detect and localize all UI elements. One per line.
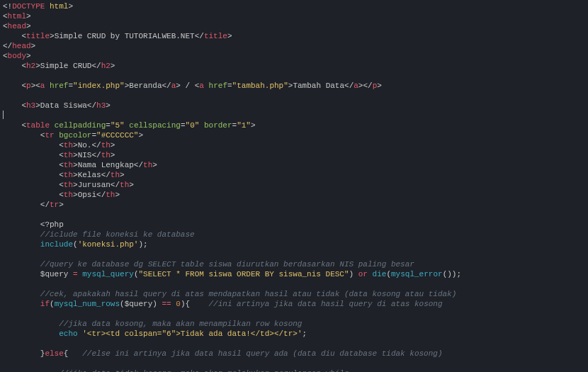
line: <h3>Data Siswa</h3>: [3, 101, 111, 110]
blank-line: [3, 359, 8, 368]
blank-line: [3, 210, 8, 219]
blank-line: [3, 310, 8, 318]
line: <table cellpadding="5" cellspacing="0" b…: [3, 121, 256, 130]
line: <th>Opsi</th>: [3, 191, 120, 199]
line: include('koneksi.php');: [3, 240, 148, 249]
line: echo '<tr><td colspan="6">Tidak ada data…: [3, 329, 307, 338]
line: $query = mysql_query("SELECT * FROM sisw…: [3, 270, 461, 278]
cursor-icon: [3, 111, 4, 119]
line: if(mysql_num_rows($query) == 0){ //ini a…: [3, 300, 443, 308]
line: //jika data tidak kosong, maka akan mela…: [3, 369, 349, 372]
line: <th>Jurusan</th>: [3, 181, 134, 189]
line: <h2>Simple CRUD</h2>: [3, 62, 115, 70]
line: <head>: [3, 22, 31, 30]
line: <body>: [3, 52, 31, 60]
line: <th>Nama Lengkap</th>: [3, 161, 157, 169]
line: //jika data kosong, maka akan menampilka…: [3, 320, 302, 328]
line: //query ke database dg SELECT table sisw…: [3, 260, 414, 269]
blank-line: [3, 250, 8, 259]
line: <?php: [3, 220, 64, 229]
line: <html>: [3, 12, 31, 21]
line: <p><a href="index.php">Beranda</a> / <a …: [3, 81, 382, 90]
blank-line: [3, 72, 8, 80]
line: //iclude file koneksi ke database: [3, 230, 195, 239]
line: <tr bgcolor="#CCCCCC">: [3, 131, 143, 140]
line: <th>No.</th>: [3, 141, 115, 150]
blank-line: [3, 280, 8, 288]
line: <title>Simple CRUD by TUTORIALWEB.NET</t…: [3, 32, 232, 40]
line: <!DOCTYPE html>: [3, 2, 73, 11]
line: }else{ //else ini artinya jika data hasi…: [3, 349, 443, 358]
code-editor[interactable]: <!DOCTYPE html> <html> <head> <title>Sim…: [0, 0, 588, 372]
blank-line: [3, 339, 8, 348]
line: <th>NIS</th>: [3, 151, 115, 159]
cursor-line: [3, 111, 4, 120]
line: </head>: [3, 42, 35, 50]
line: <th>Kelas</th>: [3, 171, 125, 179]
line: //cek, apakakah hasil query di atas mend…: [3, 290, 456, 298]
line: </tr>: [3, 201, 64, 209]
blank-line: [3, 91, 8, 100]
